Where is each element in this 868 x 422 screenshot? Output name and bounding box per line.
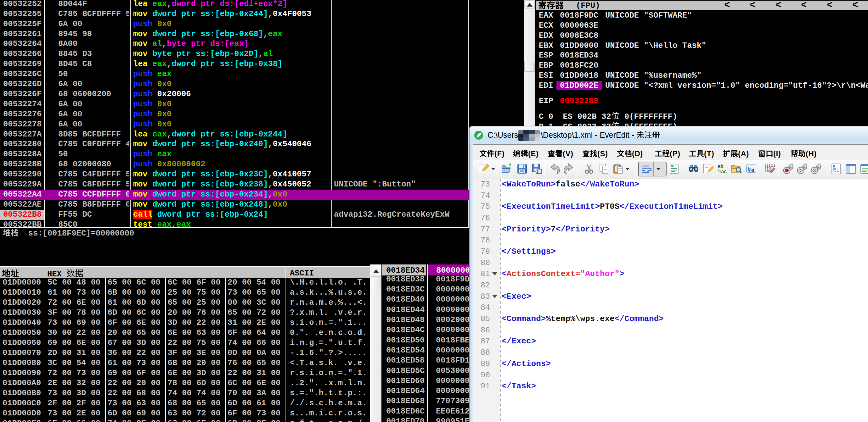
- svg-text:ab: ab: [718, 163, 723, 168]
- svg-text:I=: I=: [536, 170, 540, 173]
- svg-text:ac: ac: [721, 169, 727, 174]
- svg-text:b: b: [747, 166, 751, 172]
- svg-text:a: a: [751, 167, 754, 173]
